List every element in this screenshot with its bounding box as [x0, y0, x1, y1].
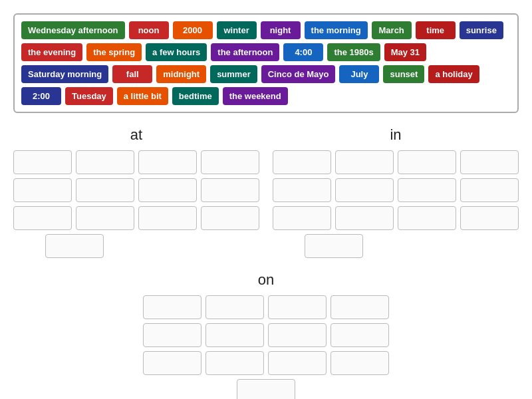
word-tile[interactable]: Cinco de Mayo [261, 65, 336, 83]
word-tile[interactable]: the evening [21, 43, 82, 61]
drop-box[interactable] [460, 206, 519, 230]
drop-box[interactable] [13, 150, 72, 174]
word-tile[interactable]: the morning [305, 21, 368, 39]
drop-box[interactable] [205, 351, 264, 375]
word-tile[interactable]: the afternoon [211, 43, 279, 61]
word-tile[interactable]: sunset [383, 65, 424, 83]
word-tile[interactable]: night [261, 21, 301, 39]
drop-box[interactable] [273, 150, 331, 174]
drop-box[interactable] [460, 150, 519, 174]
at-drop-row-1 [13, 150, 259, 174]
word-tile[interactable]: bedtime [172, 87, 219, 105]
drop-box[interactable] [237, 379, 295, 399]
drop-box[interactable] [335, 150, 394, 174]
drop-box[interactable] [398, 150, 456, 174]
word-tile[interactable]: a holiday [428, 65, 479, 83]
on-drop-row-3 [143, 351, 389, 375]
on-title: on [143, 271, 389, 289]
drop-box[interactable] [201, 206, 259, 230]
word-tile[interactable]: winter [217, 21, 257, 39]
word-tile[interactable]: a little bit [117, 87, 168, 105]
drop-box[interactable] [268, 351, 327, 375]
on-section: on [143, 271, 389, 399]
word-tile[interactable]: time [416, 21, 456, 39]
word-tile[interactable]: 2:00 [21, 87, 61, 105]
in-drop-row-1 [273, 150, 519, 174]
word-tile[interactable]: noon [129, 21, 169, 39]
drop-box[interactable] [76, 150, 134, 174]
drop-box[interactable] [268, 323, 327, 347]
drop-box[interactable] [13, 206, 72, 230]
on-drop-row-2 [143, 323, 389, 347]
word-tile[interactable]: summer [210, 65, 257, 83]
at-drop-row-3 [13, 206, 259, 230]
word-tile[interactable]: 4:00 [283, 43, 323, 61]
at-drop-row-2 [13, 178, 259, 202]
word-tile[interactable]: the spring [86, 43, 142, 61]
word-tile[interactable]: May 31 [384, 43, 426, 61]
word-tile[interactable]: midnight [156, 65, 206, 83]
drop-box[interactable] [331, 295, 389, 319]
drop-box[interactable] [273, 178, 331, 202]
on-drop-row-4 [143, 379, 389, 399]
drop-box[interactable] [335, 178, 394, 202]
word-tile[interactable]: 2000 [173, 21, 213, 39]
drop-box[interactable] [13, 178, 72, 202]
drop-box[interactable] [201, 178, 259, 202]
word-tile[interactable]: Saturday morning [21, 65, 108, 83]
at-drop-row-4 [13, 234, 259, 258]
word-tile[interactable]: March [372, 21, 412, 39]
drop-box[interactable] [331, 351, 389, 375]
drop-box[interactable] [268, 295, 327, 319]
word-tile[interactable]: the weekend [223, 87, 288, 105]
word-tile[interactable]: sunrise [460, 21, 503, 39]
word-tile[interactable]: the 1980s [327, 43, 380, 61]
drop-box[interactable] [331, 323, 389, 347]
word-tile[interactable]: a few hours [146, 43, 207, 61]
drop-box[interactable] [335, 206, 394, 230]
sections: at in [13, 126, 519, 399]
drop-box[interactable] [143, 323, 201, 347]
in-drop-row-2 [273, 178, 519, 202]
in-drop-row-3 [273, 206, 519, 230]
word-tile[interactable]: July [339, 65, 379, 83]
drop-box[interactable] [143, 295, 201, 319]
drop-box[interactable] [205, 323, 264, 347]
drop-box[interactable] [45, 234, 104, 258]
drop-box[interactable] [398, 206, 456, 230]
drop-box[interactable] [305, 234, 363, 258]
drop-box[interactable] [138, 150, 197, 174]
in-drop-row-4 [273, 234, 519, 258]
word-tile[interactable]: Wednesday afternoon [21, 21, 125, 39]
drop-box[interactable] [76, 206, 134, 230]
word-tile[interactable]: Tuesday [65, 87, 113, 105]
drop-box[interactable] [398, 178, 456, 202]
drop-box[interactable] [143, 351, 201, 375]
drop-box[interactable] [138, 206, 197, 230]
word-bank: Wednesday afternoonnoon2000winternightth… [13, 13, 519, 113]
drop-box[interactable] [138, 178, 197, 202]
in-section: in [273, 126, 519, 258]
drop-box[interactable] [205, 295, 264, 319]
at-section: at [13, 126, 259, 258]
drop-box[interactable] [273, 206, 331, 230]
at-in-row: at in [13, 126, 519, 258]
word-tile[interactable]: fall [112, 65, 152, 83]
drop-box[interactable] [201, 150, 259, 174]
on-drop-row-1 [143, 295, 389, 319]
at-title: at [13, 126, 259, 144]
in-title: in [273, 126, 519, 144]
drop-box[interactable] [76, 178, 134, 202]
drop-box[interactable] [460, 178, 519, 202]
